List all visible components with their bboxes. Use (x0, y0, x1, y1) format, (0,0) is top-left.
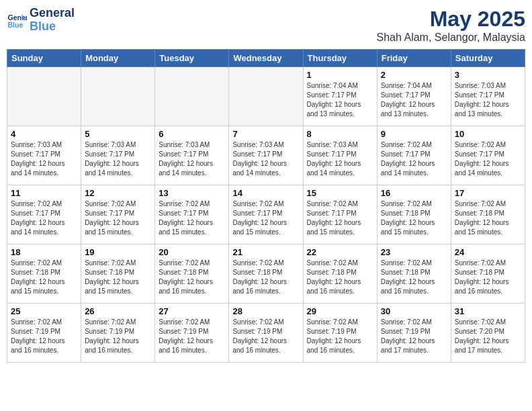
calendar-cell: 14Sunrise: 7:02 AMSunset: 7:17 PMDayligh… (229, 185, 303, 244)
day-number: 9 (381, 129, 447, 139)
day-number: 10 (455, 129, 521, 139)
day-number: 21 (232, 247, 299, 257)
day-number: 7 (232, 129, 299, 139)
day-info: Sunrise: 7:02 AMSunset: 7:18 PMDaylight:… (159, 259, 225, 296)
day-info: Sunrise: 7:02 AMSunset: 7:17 PMDaylight:… (232, 199, 299, 237)
day-number: 14 (232, 188, 299, 198)
day-number: 5 (85, 129, 151, 139)
day-info: Sunrise: 7:02 AMSunset: 7:17 PMDaylight:… (11, 199, 77, 237)
calendar-cell: 2Sunrise: 7:04 AMSunset: 7:17 PMDaylight… (377, 67, 451, 126)
day-number: 17 (455, 188, 521, 198)
calendar-cell: 26Sunrise: 7:02 AMSunset: 7:19 PMDayligh… (81, 304, 155, 363)
calendar-header-row: SundayMondayTuesdayWednesdayThursdayFrid… (7, 50, 525, 67)
day-info: Sunrise: 7:02 AMSunset: 7:19 PMDaylight:… (159, 318, 225, 355)
day-info: Sunrise: 7:02 AMSunset: 7:19 PMDaylight:… (85, 318, 151, 355)
day-info: Sunrise: 7:03 AMSunset: 7:17 PMDaylight:… (11, 140, 77, 178)
calendar-cell: 20Sunrise: 7:02 AMSunset: 7:18 PMDayligh… (155, 244, 229, 304)
calendar-cell: 21Sunrise: 7:02 AMSunset: 7:18 PMDayligh… (229, 244, 303, 304)
calendar-cell: 10Sunrise: 7:02 AMSunset: 7:17 PMDayligh… (451, 126, 525, 185)
calendar-cell: 1Sunrise: 7:04 AMSunset: 7:17 PMDaylight… (303, 67, 377, 126)
calendar-cell (81, 67, 155, 126)
day-info: Sunrise: 7:03 AMSunset: 7:17 PMDaylight:… (232, 140, 299, 178)
calendar-cell: 12Sunrise: 7:02 AMSunset: 7:17 PMDayligh… (81, 185, 155, 244)
calendar-week-2: 4Sunrise: 7:03 AMSunset: 7:17 PMDaylight… (7, 126, 525, 185)
weekday-header-wednesday: Wednesday (229, 50, 303, 67)
calendar-cell: 24Sunrise: 7:02 AMSunset: 7:18 PMDayligh… (451, 244, 525, 304)
day-info: Sunrise: 7:02 AMSunset: 7:17 PMDaylight:… (159, 199, 225, 237)
page-header: General Blue GeneralBlue May 2025 Shah A… (7, 7, 525, 44)
day-number: 31 (455, 306, 521, 316)
calendar-cell (155, 67, 229, 126)
weekday-header-tuesday: Tuesday (155, 50, 229, 67)
day-info: Sunrise: 7:02 AMSunset: 7:19 PMDaylight:… (11, 318, 77, 355)
day-info: Sunrise: 7:02 AMSunset: 7:19 PMDaylight:… (232, 318, 299, 355)
day-info: Sunrise: 7:02 AMSunset: 7:18 PMDaylight:… (85, 259, 151, 296)
day-number: 20 (159, 247, 225, 257)
location-title: Shah Alam, Selangor, Malaysia (377, 32, 525, 44)
calendar-cell: 16Sunrise: 7:02 AMSunset: 7:18 PMDayligh… (377, 185, 451, 244)
day-info: Sunrise: 7:02 AMSunset: 7:18 PMDaylight:… (307, 259, 373, 296)
day-number: 8 (307, 129, 373, 139)
day-info: Sunrise: 7:02 AMSunset: 7:17 PMDaylight:… (307, 199, 373, 237)
weekday-header-monday: Monday (81, 50, 155, 67)
logo-text: GeneralBlue (30, 7, 75, 34)
day-info: Sunrise: 7:04 AMSunset: 7:17 PMDaylight:… (307, 81, 373, 119)
logo: General Blue GeneralBlue (7, 7, 75, 34)
calendar-cell: 13Sunrise: 7:02 AMSunset: 7:17 PMDayligh… (155, 185, 229, 244)
calendar-cell: 19Sunrise: 7:02 AMSunset: 7:18 PMDayligh… (81, 244, 155, 304)
day-number: 30 (381, 306, 447, 316)
day-info: Sunrise: 7:03 AMSunset: 7:17 PMDaylight:… (455, 81, 521, 119)
calendar-week-4: 18Sunrise: 7:02 AMSunset: 7:18 PMDayligh… (7, 244, 525, 304)
day-number: 11 (11, 188, 77, 198)
day-number: 28 (232, 306, 299, 316)
calendar-cell: 17Sunrise: 7:02 AMSunset: 7:18 PMDayligh… (451, 185, 525, 244)
day-info: Sunrise: 7:02 AMSunset: 7:19 PMDaylight:… (307, 318, 373, 355)
day-info: Sunrise: 7:03 AMSunset: 7:17 PMDaylight:… (307, 140, 373, 178)
day-number: 26 (85, 306, 151, 316)
month-title: May 2025 (377, 7, 525, 32)
weekday-header-thursday: Thursday (303, 50, 377, 67)
day-info: Sunrise: 7:02 AMSunset: 7:18 PMDaylight:… (455, 259, 521, 296)
day-number: 18 (11, 247, 77, 257)
calendar-cell: 8Sunrise: 7:03 AMSunset: 7:17 PMDaylight… (303, 126, 377, 185)
day-info: Sunrise: 7:02 AMSunset: 7:18 PMDaylight:… (11, 259, 77, 296)
calendar-cell: 9Sunrise: 7:02 AMSunset: 7:17 PMDaylight… (377, 126, 451, 185)
calendar-cell: 3Sunrise: 7:03 AMSunset: 7:17 PMDaylight… (451, 67, 525, 126)
day-info: Sunrise: 7:02 AMSunset: 7:18 PMDaylight:… (455, 199, 521, 237)
day-number: 23 (381, 247, 447, 257)
day-info: Sunrise: 7:02 AMSunset: 7:18 PMDaylight:… (232, 259, 299, 296)
day-number: 16 (381, 188, 447, 198)
day-number: 24 (455, 247, 521, 257)
day-number: 29 (307, 306, 373, 316)
calendar-week-5: 25Sunrise: 7:02 AMSunset: 7:19 PMDayligh… (7, 304, 525, 363)
calendar-cell: 28Sunrise: 7:02 AMSunset: 7:19 PMDayligh… (229, 304, 303, 363)
day-number: 22 (307, 247, 373, 257)
day-info: Sunrise: 7:02 AMSunset: 7:20 PMDaylight:… (455, 318, 521, 355)
calendar-table: SundayMondayTuesdayWednesdayThursdayFrid… (7, 49, 525, 363)
calendar-cell: 27Sunrise: 7:02 AMSunset: 7:19 PMDayligh… (155, 304, 229, 363)
calendar-cell: 31Sunrise: 7:02 AMSunset: 7:20 PMDayligh… (451, 304, 525, 363)
title-block: May 2025 Shah Alam, Selangor, Malaysia (377, 7, 525, 44)
calendar-cell: 22Sunrise: 7:02 AMSunset: 7:18 PMDayligh… (303, 244, 377, 304)
day-info: Sunrise: 7:02 AMSunset: 7:18 PMDaylight:… (381, 199, 447, 237)
day-info: Sunrise: 7:04 AMSunset: 7:17 PMDaylight:… (381, 81, 447, 119)
day-info: Sunrise: 7:02 AMSunset: 7:19 PMDaylight:… (381, 318, 447, 355)
weekday-header-friday: Friday (377, 50, 451, 67)
day-number: 25 (11, 306, 77, 316)
day-info: Sunrise: 7:03 AMSunset: 7:17 PMDaylight:… (85, 140, 151, 178)
day-info: Sunrise: 7:02 AMSunset: 7:18 PMDaylight:… (381, 259, 447, 296)
day-number: 15 (307, 188, 373, 198)
calendar-week-3: 11Sunrise: 7:02 AMSunset: 7:17 PMDayligh… (7, 185, 525, 244)
day-number: 4 (11, 129, 77, 139)
calendar-cell: 11Sunrise: 7:02 AMSunset: 7:17 PMDayligh… (7, 185, 81, 244)
calendar-cell: 30Sunrise: 7:02 AMSunset: 7:19 PMDayligh… (377, 304, 451, 363)
weekday-header-saturday: Saturday (451, 50, 525, 67)
calendar-cell: 6Sunrise: 7:03 AMSunset: 7:17 PMDaylight… (155, 126, 229, 185)
calendar-cell: 25Sunrise: 7:02 AMSunset: 7:19 PMDayligh… (7, 304, 81, 363)
calendar-cell: 18Sunrise: 7:02 AMSunset: 7:18 PMDayligh… (7, 244, 81, 304)
calendar-cell: 5Sunrise: 7:03 AMSunset: 7:17 PMDaylight… (81, 126, 155, 185)
day-info: Sunrise: 7:02 AMSunset: 7:17 PMDaylight:… (455, 140, 521, 178)
logo-icon: General Blue (7, 10, 27, 30)
calendar-cell: 15Sunrise: 7:02 AMSunset: 7:17 PMDayligh… (303, 185, 377, 244)
day-number: 3 (455, 70, 521, 80)
